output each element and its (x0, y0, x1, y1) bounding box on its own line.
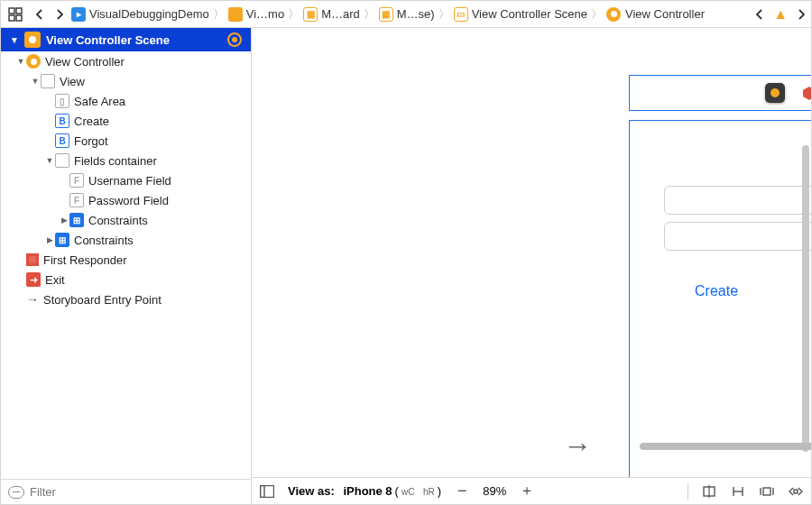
crumb-label: M…se) (397, 7, 435, 21)
first-responder-icon (26, 253, 39, 266)
crumb-label: VisualDebuggingDemo (89, 7, 209, 21)
breadcrumb: ▸VisualDebuggingDemo 〉 Vi…mo 〉 ▦M…ard 〉 … (69, 6, 750, 23)
nav-overflow-right[interactable] (791, 9, 811, 20)
tree-row-entry-point[interactable]: →Storyboard Entry Point (1, 289, 251, 309)
project-icon: ▸ (71, 7, 86, 22)
scene-header[interactable]: ▼ View Controller Scene (1, 28, 251, 51)
scene-icon (24, 32, 41, 48)
view-as-control[interactable]: View as: iPhone 8 (wC hR) (288, 484, 441, 498)
crumb-controller[interactable]: View Controller (604, 7, 706, 22)
tree-label: Storyboard Entry Point (43, 293, 161, 307)
constraints-icon: ⊞ (55, 233, 69, 247)
tree-label: Constraints (74, 234, 134, 247)
horizontal-scrollbar[interactable] (640, 443, 811, 450)
separator (687, 483, 688, 500)
tree-row-create-button[interactable]: BCreate (1, 111, 251, 131)
canvas-area: → Create Forgot View as: iPh (252, 28, 811, 504)
tree-label: Forgot (74, 134, 108, 148)
nav-back-button[interactable] (30, 9, 50, 20)
filter-icon[interactable] (8, 486, 24, 499)
nav-overflow-left[interactable] (750, 9, 770, 20)
tree-row-username-field[interactable]: FUsername Field (1, 170, 251, 190)
scene-title-bar[interactable] (629, 75, 811, 111)
first-responder-icon[interactable] (799, 83, 811, 103)
disclosure-triangle-icon[interactable]: ▼ (30, 77, 41, 86)
tree-row-forgot-button[interactable]: BForgot (1, 131, 251, 151)
storyboard-icon: ▦ (303, 7, 318, 22)
svg-rect-7 (261, 485, 265, 497)
disclosure-triangle-icon[interactable]: ▼ (44, 156, 55, 165)
breadcrumb-bar: ▸VisualDebuggingDemo 〉 Vi…mo 〉 ▦M…ard 〉 … (1, 1, 811, 28)
storyboard-icon: ▦ (379, 7, 393, 22)
tree-row-safearea[interactable]: ▯Safe Area (1, 91, 251, 111)
chevron-icon: 〉 (362, 6, 377, 23)
disclosure-triangle-icon[interactable]: ▼ (15, 57, 26, 66)
crumb-storyboard2[interactable]: ▦M…se) (377, 7, 437, 22)
svg-rect-1 (16, 8, 22, 14)
disclosure-triangle-icon[interactable]: ▶ (59, 216, 69, 225)
filter-input[interactable] (30, 485, 244, 499)
phone-canvas-view[interactable]: Create Forgot (629, 120, 811, 477)
tree-row-constraints-outer[interactable]: ▶⊞Constraints (1, 230, 251, 250)
viewcontroller-icon (606, 7, 621, 22)
disclosure-triangle-icon[interactable]: ▶ (44, 235, 55, 244)
related-items-icon[interactable] (1, 7, 30, 22)
crumb-label: View Controller (625, 7, 705, 21)
tree-row-exit[interactable]: ➜Exit (1, 270, 251, 289)
folder-icon (228, 7, 243, 22)
constraints-icon: ⊞ (69, 213, 84, 227)
tree-row-constraints-inner[interactable]: ▶⊞Constraints (1, 210, 251, 230)
nav-forward-button[interactable] (50, 9, 69, 20)
chevron-icon: 〉 (286, 6, 301, 23)
button-icon: B (55, 114, 69, 128)
tree-label: View Controller (45, 55, 125, 69)
zoom-level[interactable]: 89% (483, 484, 506, 498)
svg-rect-6 (261, 485, 274, 497)
tree-row-view[interactable]: ▼View (1, 71, 251, 91)
canvas-bottom-bar: View as: iPhone 8 (wC hR) − 89% ＋ (252, 477, 811, 504)
tree-row-first-responder[interactable]: First Responder (1, 250, 251, 270)
tree-row-fields-container[interactable]: ▼Fields container (1, 151, 251, 170)
crumb-label: Vi…mo (246, 7, 284, 21)
embed-menu-icon[interactable] (788, 484, 804, 499)
zoom-in-button[interactable]: ＋ (519, 484, 535, 499)
scene-title: View Controller Scene (46, 33, 170, 47)
chevron-icon: 〉 (589, 6, 604, 23)
username-textfield[interactable] (664, 186, 811, 215)
viewcontroller-icon[interactable] (765, 83, 785, 103)
tree-row-password-field[interactable]: FPassword Field (1, 190, 251, 210)
tree-label: Safe Area (74, 95, 125, 108)
chevron-icon: 〉 (211, 6, 226, 23)
resolve-issues-icon[interactable] (759, 484, 775, 499)
button-icon: B (55, 133, 69, 148)
viewcontroller-icon (26, 54, 41, 69)
crumb-storyboard1[interactable]: ▦M…ard (301, 7, 362, 22)
canvas[interactable]: → Create Forgot (252, 28, 811, 477)
vertical-scrollbar[interactable] (802, 145, 809, 452)
zoom-out-button[interactable]: − (454, 484, 470, 499)
password-textfield[interactable] (664, 222, 811, 251)
tree-row-viewcontroller[interactable]: ▼View Controller (1, 51, 251, 71)
focus-icon[interactable] (227, 32, 242, 47)
create-button[interactable]: Create (695, 283, 738, 299)
svg-rect-14 (763, 488, 770, 495)
tree-label: First Responder (43, 253, 126, 267)
svg-rect-2 (9, 15, 14, 21)
align-menu-icon[interactable] (701, 484, 717, 499)
tree-label: Constraints (88, 214, 148, 227)
disclosure-triangle-icon[interactable]: ▼ (10, 35, 19, 45)
svg-marker-4 (803, 87, 811, 100)
crumb-scene[interactable]: ▭View Controller Scene (452, 7, 589, 22)
pin-menu-icon[interactable] (730, 484, 746, 499)
outline-filter (1, 479, 251, 504)
storyboard-entry-arrow-icon[interactable]: → (563, 429, 592, 463)
trait-height: hR (423, 487, 435, 497)
toggle-outline-icon[interactable] (259, 484, 275, 499)
crumb-folder[interactable]: Vi…mo (226, 7, 286, 22)
exit-icon: ➜ (26, 272, 41, 287)
chevron-icon: 〉 (437, 6, 452, 23)
tree-label: Create (74, 115, 109, 128)
warning-icon[interactable]: ▲ (770, 6, 791, 23)
crumb-project[interactable]: ▸VisualDebuggingDemo (69, 7, 211, 22)
svg-rect-16 (794, 490, 798, 493)
